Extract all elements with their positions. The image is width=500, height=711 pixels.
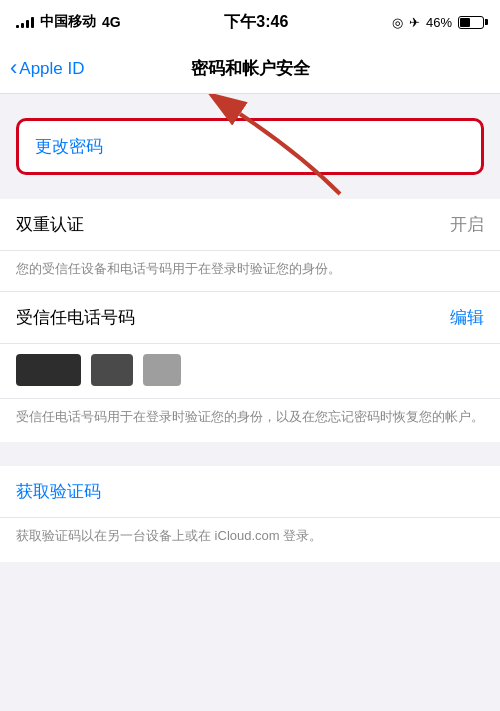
page-title: 密码和帐户安全 (191, 57, 310, 80)
back-label: Apple ID (19, 59, 84, 79)
two-factor-label: 双重认证 (16, 213, 84, 236)
phone-thumb-3 (143, 354, 181, 386)
change-password-label: 更改密码 (35, 135, 103, 158)
trusted-phone-label: 受信任电话号码 (16, 306, 135, 329)
change-password-row[interactable]: 更改密码 (19, 121, 481, 172)
chevron-left-icon: ‹ (10, 57, 17, 79)
phone-thumb-1 (16, 354, 81, 386)
two-factor-row[interactable]: 双重认证 开启 (0, 199, 500, 251)
status-icons: ◎ ✈ 46% (392, 15, 484, 30)
status-time: 下午3:46 (224, 12, 288, 33)
content-area: 更改密码 双重认证 开启 您的受信任设备和电话号码用于在登录时验证您的身份。 受… (0, 94, 500, 562)
verification-code-label[interactable]: 获取验证码 (16, 480, 101, 503)
location-icon: ◎ (392, 15, 403, 30)
edit-button[interactable]: 编辑 (450, 306, 484, 329)
change-password-card[interactable]: 更改密码 (16, 118, 484, 175)
status-bar: 中国移动 4G 下午3:46 ◎ ✈ 46% (0, 0, 500, 44)
network-type: 4G (102, 14, 121, 30)
two-factor-section: 双重认证 开启 您的受信任设备和电话号码用于在登录时验证您的身份。 受信任电话号… (0, 199, 500, 442)
signal-icon (16, 16, 34, 28)
bluetooth-icon: ✈ (409, 15, 420, 30)
carrier-label: 中国移动 (40, 13, 96, 31)
two-factor-status: 开启 (450, 213, 484, 236)
battery-icon (458, 16, 484, 29)
navigation-bar: ‹ Apple ID 密码和帐户安全 (0, 44, 500, 94)
verification-code-description: 获取验证码以在另一台设备上或在 iCloud.com 登录。 (0, 518, 500, 562)
two-factor-description: 您的受信任设备和电话号码用于在登录时验证您的身份。 (0, 251, 500, 292)
phone-thumbnails (0, 344, 500, 399)
verification-code-row[interactable]: 获取验证码 (0, 466, 500, 518)
trusted-phone-description: 受信任电话号码用于在登录时验证您的身份，以及在您忘记密码时恢复您的帐户。 (0, 399, 500, 443)
status-carrier: 中国移动 4G (16, 13, 121, 31)
verification-section: 获取验证码 获取验证码以在另一台设备上或在 iCloud.com 登录。 (0, 466, 500, 562)
trusted-phone-row[interactable]: 受信任电话号码 编辑 (0, 292, 500, 344)
battery-percent: 46% (426, 15, 452, 30)
back-button[interactable]: ‹ Apple ID (10, 58, 85, 79)
phone-thumb-2 (91, 354, 133, 386)
